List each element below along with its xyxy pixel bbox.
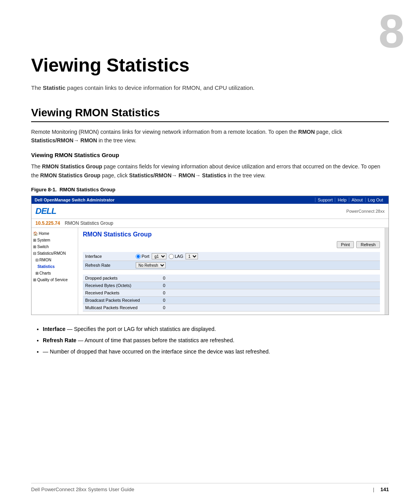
screenshot-body: 🏠 Home ⊞ System ⊞ Switch ⊟ Statistics/RM… bbox=[32, 228, 388, 315]
received-packets-row: Received Packets 0 bbox=[83, 289, 380, 297]
bullet-refresh-rate: Refresh Rate — Amount of time that passe… bbox=[43, 336, 389, 345]
intro-text: The Statistic pages contain links to dev… bbox=[31, 84, 389, 93]
panel-title: RMON Statistics Group bbox=[83, 231, 380, 238]
sidebar-item-qos[interactable]: ⊞ Quality of Service bbox=[33, 276, 76, 283]
dell-logo-row: DELL PowerConnect 28xx bbox=[32, 204, 388, 219]
received-bytes-value: 0 bbox=[161, 282, 380, 289]
port-radio[interactable] bbox=[136, 254, 141, 259]
lag-select[interactable]: 1 bbox=[186, 253, 198, 259]
refresh-rate-row: Refresh Rate No Refresh bbox=[83, 261, 380, 270]
screenshot-box: Dell OpenManage Switch Administrator Sup… bbox=[31, 196, 389, 315]
support-link[interactable]: Support bbox=[315, 198, 335, 202]
bullet-dropped: — Number of dropped that have occurred o… bbox=[43, 347, 389, 357]
figure-label: Figure 8-1. RMON Statistics Group bbox=[31, 187, 389, 192]
about-link[interactable]: About bbox=[349, 198, 365, 202]
refresh-rate-label: Refresh Rate bbox=[83, 261, 133, 270]
sidebar: 🏠 Home ⊞ System ⊞ Switch ⊟ Statistics/RM… bbox=[32, 228, 78, 315]
breadcrumb-text: RMON Statistics Group bbox=[65, 220, 113, 226]
interface-label: Interface bbox=[83, 252, 133, 261]
chapter-number: 8 bbox=[378, 8, 404, 54]
sidebar-item-home[interactable]: 🏠 Home bbox=[33, 230, 76, 237]
dell-logo: DELL bbox=[35, 206, 56, 216]
ip-address: 10.5.225.74 bbox=[35, 220, 60, 226]
port-radio-label: Port bbox=[136, 254, 149, 259]
footer-separator: | bbox=[373, 486, 374, 492]
main-panel: RMON Statistics Group Print Refresh Inte… bbox=[78, 228, 385, 315]
lag-radio-label: LAG bbox=[169, 254, 183, 259]
footer-left: Dell PowerConnect 28xx Systems User Guid… bbox=[31, 486, 134, 492]
scrollbar[interactable] bbox=[385, 228, 388, 315]
received-packets-label: Received Packets bbox=[83, 289, 161, 297]
port-select[interactable]: g1 bbox=[152, 253, 166, 259]
bullet-interface: Interface — Specifies the port or LAG fo… bbox=[43, 324, 389, 334]
interface-row: Interface Port g1 LAG bbox=[83, 252, 380, 261]
form-table: Interface Port g1 LAG bbox=[83, 252, 380, 270]
page-footer: Dell PowerConnect 28xx Systems User Guid… bbox=[31, 483, 389, 492]
admin-header: Dell OpenManage Switch Administrator Sup… bbox=[32, 196, 388, 204]
received-bytes-label: Received Bytes (Octets) bbox=[83, 282, 161, 289]
bullet-list: Interface — Specifies the port or LAG fo… bbox=[31, 324, 389, 357]
data-table: Dropped packets 0 Received Bytes (Octets… bbox=[83, 275, 380, 312]
subsection-title: Viewing RMON Statistics Group bbox=[31, 152, 389, 158]
page-number: 141 bbox=[380, 486, 389, 492]
sidebar-item-rmon[interactable]: ⊟ RMON bbox=[33, 257, 76, 263]
subsection-text: The RMON Statistics Group page contains … bbox=[31, 162, 389, 180]
sidebar-item-system[interactable]: ⊞ System bbox=[33, 237, 76, 243]
received-packets-value: 0 bbox=[161, 289, 380, 297]
refresh-button[interactable]: Refresh bbox=[356, 241, 380, 248]
multicast-label: Multicast Packets Received bbox=[83, 304, 161, 312]
section-text: Remote Monitoring (RMON) contains links … bbox=[31, 128, 389, 145]
dropped-packets-row: Dropped packets 0 bbox=[83, 275, 380, 282]
refresh-rate-select[interactable]: No Refresh bbox=[136, 262, 166, 268]
powerconnect-label: PowerConnect 28xx bbox=[346, 209, 385, 214]
admin-header-links: Support Help About Log Out bbox=[315, 198, 385, 202]
multicast-value: 0 bbox=[161, 304, 380, 312]
panel-buttons: Print Refresh bbox=[83, 241, 380, 248]
multicast-row: Multicast Packets Received 0 bbox=[83, 304, 380, 312]
interface-value: Port g1 LAG 1 bbox=[133, 252, 380, 261]
logout-link[interactable]: Log Out bbox=[365, 198, 385, 202]
sidebar-item-statistics[interactable]: Statistics bbox=[33, 263, 76, 270]
broadcast-value: 0 bbox=[161, 297, 380, 304]
page-title: Viewing Statistics bbox=[31, 54, 389, 76]
sidebar-item-switch[interactable]: ⊞ Switch bbox=[33, 243, 76, 250]
section-title: Viewing RMON Statistics bbox=[31, 107, 389, 122]
footer-right: | 141 bbox=[373, 486, 389, 492]
help-link[interactable]: Help bbox=[335, 198, 349, 202]
sidebar-item-charts[interactable]: ⊞ Charts bbox=[33, 270, 76, 276]
breadcrumb-row: 10.5.225.74 RMON Statistics Group bbox=[32, 219, 388, 228]
admin-header-title: Dell OpenManage Switch Administrator bbox=[35, 198, 115, 202]
dropped-packets-value: 0 bbox=[161, 275, 380, 282]
refresh-rate-value: No Refresh bbox=[133, 261, 380, 270]
broadcast-label: Broadcast Packets Received bbox=[83, 297, 161, 304]
sidebar-item-statistics-rmon[interactable]: ⊟ Statistics/RMON bbox=[33, 250, 76, 257]
received-bytes-row: Received Bytes (Octets) 0 bbox=[83, 282, 380, 289]
lag-radio[interactable] bbox=[169, 254, 174, 259]
print-button[interactable]: Print bbox=[337, 241, 354, 248]
dropped-packets-label: Dropped packets bbox=[83, 275, 161, 282]
broadcast-row: Broadcast Packets Received 0 bbox=[83, 297, 380, 304]
